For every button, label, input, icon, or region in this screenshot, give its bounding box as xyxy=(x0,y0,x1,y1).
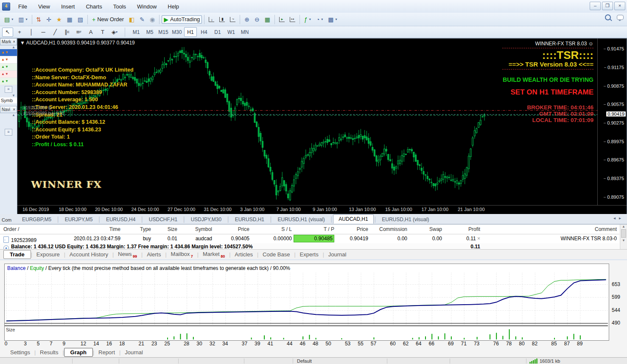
menu-tools[interactable]: Tools xyxy=(108,2,132,11)
dropdown-caret-icon[interactable]: ▾ xyxy=(11,17,13,21)
close-button[interactable]: × xyxy=(614,2,625,10)
timeframe-w1[interactable]: W1 xyxy=(225,27,238,37)
terminal-tab-code-base[interactable]: Code Base xyxy=(258,250,294,259)
column-header-size[interactable]: Size xyxy=(153,226,177,232)
column-header-symbol[interactable]: Symbol xyxy=(179,226,212,232)
tab-scroll-left-icon[interactable]: ◂ xyxy=(613,216,619,220)
periods-button[interactable]: ◔▾ xyxy=(314,15,325,24)
market-watch-symbol-row[interactable]: ▲▼ xyxy=(0,78,17,85)
date-axis[interactable]: 16 Dec 201918 Dec 10:0020 Dec 10:0024 De… xyxy=(17,205,627,214)
scrollbar-thumb[interactable] xyxy=(621,229,626,238)
terminal-tab-trade[interactable]: Trade xyxy=(3,250,31,259)
chart-tab-eurusd-h1-visual-[interactable]: EURUSD,H1 (visual) xyxy=(273,215,330,224)
tester-tab-journal[interactable]: Journal xyxy=(120,348,147,356)
terminal-tab-alerts[interactable]: Alerts xyxy=(143,250,165,259)
collapse-triangle-icon[interactable]: ▼ xyxy=(20,40,25,46)
timeframe-h4[interactable]: H4 xyxy=(198,27,210,37)
navigator-scroll-up[interactable]: ▲ xyxy=(0,113,17,117)
dropdown-caret-icon[interactable]: ▾ xyxy=(309,17,311,21)
column-header-order[interactable]: Order / xyxy=(3,226,55,232)
crosshair-tool[interactable]: + xyxy=(14,28,25,37)
tester-graph-box[interactable]: Balance / Equity / Every tick (the most … xyxy=(4,264,609,341)
text-tool[interactable]: A xyxy=(85,28,96,37)
equidistant-channel-tool[interactable]: ∥E xyxy=(62,28,73,37)
timeframe-h1[interactable]: H1 xyxy=(184,27,197,37)
search-icon[interactable] xyxy=(605,14,611,20)
auto-scroll-button[interactable]: ▸ xyxy=(277,15,287,24)
minimize-button[interactable]: – xyxy=(590,2,601,10)
navigator-close-icon[interactable]: × xyxy=(13,107,15,112)
tester-tab-settings[interactable]: Settings xyxy=(6,348,34,356)
navigator-button[interactable]: ★ xyxy=(54,15,64,24)
navigator-menu-button[interactable]: ≡ xyxy=(5,129,12,136)
market-watch-scroll-down[interactable]: ▼ xyxy=(0,94,17,97)
vertical-line-tool[interactable]: │ xyxy=(26,28,37,37)
dropdown-caret-icon[interactable]: ▾ xyxy=(321,17,323,21)
column-header-price[interactable]: Price xyxy=(336,226,368,232)
terminal-tab-market[interactable]: Market 80 xyxy=(199,250,229,260)
fibonacci-tool[interactable]: ≡F xyxy=(73,28,84,37)
market-watch-scroll-up[interactable]: ▲ xyxy=(0,45,17,49)
zoom-in-button[interactable]: ⊕ xyxy=(242,15,252,24)
restore-button[interactable]: ❐ xyxy=(602,2,613,10)
terminal-tab-account-history[interactable]: Account History xyxy=(65,250,112,259)
market-watch-symbol-row[interactable]: ▲▼ xyxy=(0,71,17,78)
shapes-tool[interactable]: ◈▾ xyxy=(109,28,120,37)
market-watch-symbol-row[interactable]: ▲▼ xyxy=(0,64,17,71)
dropdown-caret-icon[interactable]: ▾ xyxy=(336,17,337,21)
chart-tab-eurusd-h4[interactable]: EURUSD,H4 xyxy=(101,215,140,224)
data-window-button[interactable]: ✛ xyxy=(44,15,53,24)
menu-insert[interactable]: Insert xyxy=(56,2,81,11)
column-header-time[interactable]: Time xyxy=(56,226,120,232)
column-header-profit[interactable]: Profit xyxy=(444,226,480,232)
text-label-tool[interactable]: T xyxy=(97,28,108,37)
column-header-swap[interactable]: Swap xyxy=(409,226,442,232)
symbols-tab[interactable]: Symb xyxy=(0,97,17,103)
chat-icon[interactable] xyxy=(617,15,624,20)
zoom-out-button[interactable]: ⊖ xyxy=(252,15,262,24)
timeframe-m1[interactable]: M1 xyxy=(130,27,143,37)
templates-button[interactable]: ▩▾ xyxy=(326,15,339,24)
menu-view[interactable]: View xyxy=(33,2,56,11)
indicators-button[interactable]: ƒ▾ xyxy=(302,15,313,24)
price-axis[interactable]: 0.914750.911750.908750.905750.902750.899… xyxy=(597,39,627,205)
market-watch-close-icon[interactable]: × xyxy=(13,39,15,44)
chart-colors-button[interactable]: ◧ xyxy=(127,15,137,24)
column-header-sl[interactable]: S / L xyxy=(251,226,292,232)
timeframe-m30[interactable]: M30 xyxy=(171,27,183,37)
market-watch-button[interactable]: ⇅ xyxy=(34,15,44,24)
candlestick-mode-button[interactable]: ▮ xyxy=(217,15,227,24)
close-order-icon[interactable]: × xyxy=(476,236,480,242)
terminal-tab-exposure[interactable]: Exposure xyxy=(32,250,64,259)
cursor-tool[interactable]: ↖ xyxy=(2,28,13,37)
chart-tab-usdchf-h1[interactable]: USDCHF,H1 xyxy=(144,215,182,224)
chart-tab-eurjpy-m5[interactable]: EURJPY,M5 xyxy=(60,215,98,224)
menu-charts[interactable]: Charts xyxy=(80,2,107,11)
menu-file[interactable]: File xyxy=(13,2,33,11)
chart-tab-usdjpy-m30[interactable]: USDJPY,M30 xyxy=(186,215,227,224)
dropdown-caret-icon[interactable]: ▾ xyxy=(116,30,118,34)
timeframe-m15[interactable]: M15 xyxy=(157,27,170,37)
tile-windows-button[interactable]: ▦ xyxy=(263,15,272,24)
market-watch-menu-button[interactable]: ≡ xyxy=(5,86,12,93)
chart-tab-audcad-h1[interactable]: AUDCAD,H1 xyxy=(333,214,373,224)
autotrading-button[interactable]: ▶AutoTrading xyxy=(162,15,202,24)
market-watch-symbol-row[interactable]: ▲▼ xyxy=(0,56,17,64)
terminal-tab-journal[interactable]: Journal xyxy=(324,250,351,259)
terminal-tab-news[interactable]: News 99 xyxy=(114,250,141,260)
order-row[interactable]: 1925239892020.01.23 03:47:59buy0.01audca… xyxy=(0,234,619,244)
timeframe-d1[interactable]: D1 xyxy=(211,27,224,37)
terminal-scrollbar[interactable]: ▲▼ xyxy=(620,225,627,250)
market-watch-symbol-row[interactable]: ▲▼ xyxy=(0,49,17,56)
tester-tab-results[interactable]: Results xyxy=(36,348,62,356)
column-header-comment[interactable]: Comment xyxy=(482,226,617,232)
tester-tab-report[interactable]: Report xyxy=(94,348,119,356)
timeframe-m5[interactable]: M5 xyxy=(143,27,156,37)
horizontal-line-tool[interactable]: ─ xyxy=(38,28,49,37)
chart-tab-eurusd-h1-visual-[interactable]: EURUSD,H1 (visual) xyxy=(377,215,434,224)
bar-chart-mode-button[interactable]: ╷ xyxy=(207,15,216,24)
column-header-tp[interactable]: T / P xyxy=(294,226,334,232)
trendline-tool[interactable]: ╱ xyxy=(50,28,61,37)
common-tab[interactable]: Com xyxy=(0,216,17,224)
new-chart-button[interactable]: ▤▾ xyxy=(2,15,15,24)
